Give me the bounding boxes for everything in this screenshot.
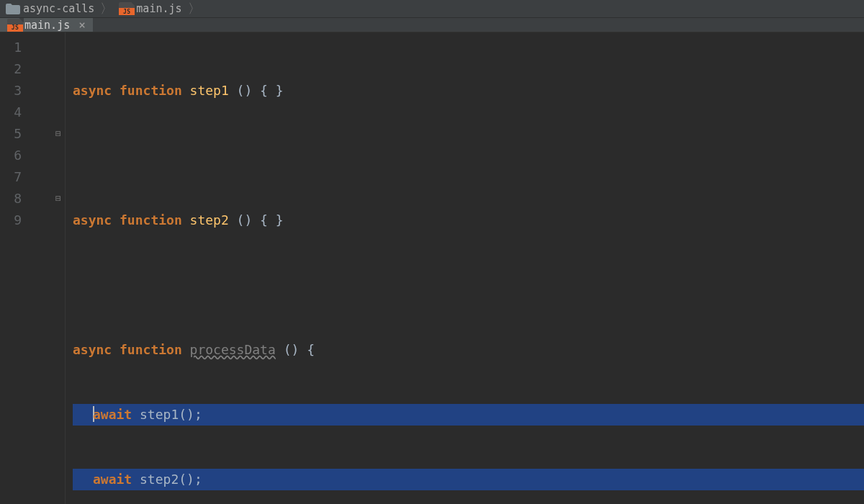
folder-icon	[6, 4, 19, 14]
code-line-selected: await step2();	[73, 469, 864, 490]
line-number: 4	[0, 102, 29, 123]
line-number: 5	[0, 123, 29, 145]
code-line	[73, 274, 864, 296]
code-line: async function processData () {	[73, 339, 864, 361]
breadcrumb-file[interactable]: JS main.js	[114, 0, 186, 17]
breadcrumb-project-label: async-calls	[23, 2, 94, 15]
js-file-icon: JS	[119, 2, 132, 15]
fold-end-icon[interactable]: ⊟	[53, 188, 63, 210]
tab-label: main.js	[24, 19, 70, 32]
code-line	[73, 145, 864, 166]
code-area[interactable]: async function step1 () { } async functi…	[66, 32, 864, 504]
line-number: 8	[0, 188, 29, 210]
gutter: 1 2 3 4 5 6 7 8 9 ⊟ ⊟	[0, 32, 66, 504]
fold-marker	[53, 37, 63, 58]
fold-collapse-icon[interactable]: ⊟	[53, 123, 63, 145]
breadcrumb-project[interactable]: async-calls	[1, 0, 99, 17]
js-file-icon: JS	[7, 19, 20, 32]
line-number: 2	[0, 58, 29, 80]
breadcrumb-separator-icon: 〉	[186, 0, 202, 17]
breadcrumb-file-label: main.js	[136, 2, 181, 15]
tab-main-js[interactable]: JS main.js ×	[0, 18, 94, 32]
code-line-selected: await step1();	[73, 404, 864, 426]
code-line: async function step1 () { }	[73, 80, 864, 102]
line-number: 9	[0, 210, 29, 231]
code-editor[interactable]: 1 2 3 4 5 6 7 8 9 ⊟ ⊟	[0, 32, 864, 504]
line-number: 1	[0, 37, 29, 58]
code-line: async function step2 () { }	[73, 210, 864, 231]
close-icon[interactable]: ×	[78, 18, 86, 32]
line-number: 3	[0, 80, 29, 102]
line-number: 7	[0, 166, 29, 188]
breadcrumb-separator-icon: 〉	[99, 0, 114, 17]
breadcrumb-bar: async-calls 〉 JS main.js 〉	[0, 0, 864, 18]
line-number: 6	[0, 145, 29, 166]
editor-tabs: JS main.js ×	[0, 18, 864, 32]
ide-window: async-calls 〉 JS main.js 〉 JS main.js × …	[0, 0, 864, 504]
